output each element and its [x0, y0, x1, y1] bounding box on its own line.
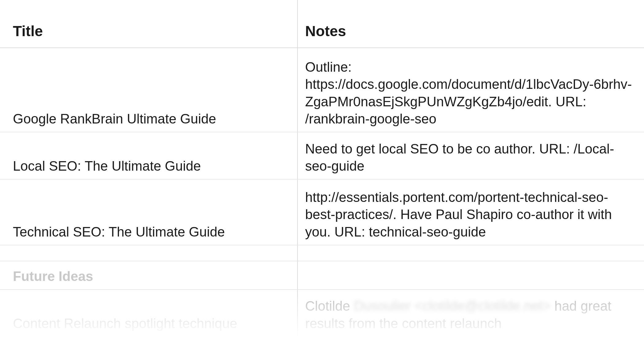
- cell-notes[interactable]: http://essentials.portent.com/portent-te…: [297, 179, 644, 245]
- cell-title[interactable]: Local SEO: The Ultimate Guide: [0, 132, 297, 179]
- cell-notes[interactable]: Clotilde Dusoulier <clotilde@clotilde.ne…: [297, 290, 644, 337]
- redacted-text: Dusoulier <clotilde@clotilde.net>: [354, 298, 550, 313]
- section-heading-row[interactable]: Future Ideas: [0, 261, 644, 290]
- table-header-row: Title Notes: [0, 0, 644, 48]
- table-row[interactable]: Content Relaunch spotlight technique Clo…: [0, 290, 644, 337]
- table-row[interactable]: Local SEO: The Ultimate Guide Need to ge…: [0, 132, 644, 179]
- cell-notes[interactable]: Outline: https://docs.google.com/documen…: [297, 48, 644, 132]
- cell-notes[interactable]: Need to get local SEO to be co author. U…: [297, 132, 644, 179]
- table-row[interactable]: Technical SEO: The Ultimate Guide http:/…: [0, 179, 644, 245]
- header-notes[interactable]: Notes: [297, 0, 644, 48]
- empty-cell[interactable]: [297, 261, 644, 290]
- empty-cell[interactable]: [297, 245, 644, 261]
- header-title[interactable]: Title: [0, 0, 297, 48]
- cell-title[interactable]: Google RankBrain Ultimate Guide: [0, 48, 297, 132]
- cell-title[interactable]: Technical SEO: The Ultimate Guide: [0, 179, 297, 245]
- notes-text-pre: Clotilde: [305, 298, 354, 313]
- empty-cell[interactable]: [0, 245, 297, 261]
- table-row[interactable]: Google RankBrain Ultimate Guide Outline:…: [0, 48, 644, 132]
- content-table: Title Notes Google RankBrain Ultimate Gu…: [0, 0, 644, 337]
- cell-title[interactable]: Content Relaunch spotlight technique: [0, 290, 297, 337]
- empty-row[interactable]: [0, 245, 644, 261]
- section-heading[interactable]: Future Ideas: [0, 261, 297, 290]
